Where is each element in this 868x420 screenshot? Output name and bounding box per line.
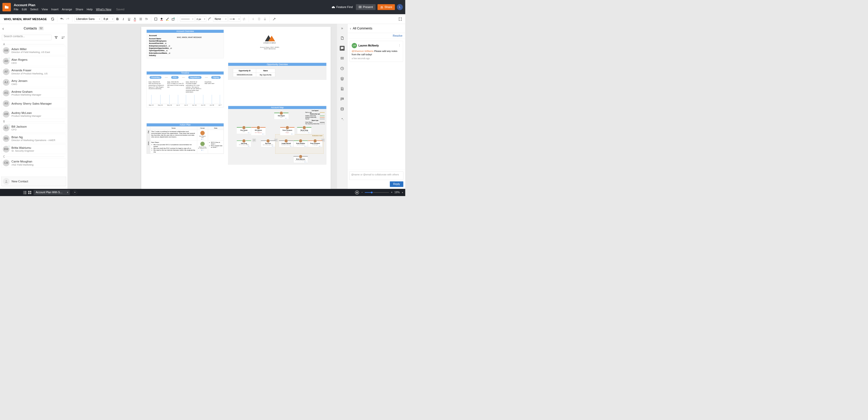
swap-arrows-button[interactable] bbox=[242, 17, 247, 22]
align-button[interactable] bbox=[138, 17, 143, 22]
font-size-select[interactable]: 8 pt bbox=[102, 16, 114, 22]
arrow-end-select[interactable] bbox=[228, 16, 241, 22]
menu-select[interactable]: Select bbox=[30, 8, 38, 11]
org-card[interactable]: Fiona ThompsonCTOSkepticin ⬚ bbox=[280, 127, 295, 135]
app-logo[interactable] bbox=[2, 3, 11, 11]
flash-icon[interactable] bbox=[251, 17, 256, 22]
resolve-button[interactable]: Resolve bbox=[347, 33, 405, 39]
document-title[interactable]: Account Plan bbox=[14, 3, 331, 7]
contact-item[interactable]: AMAudrey McLeanProduct Marketing Manager bbox=[1, 109, 66, 119]
menu-file[interactable]: File bbox=[14, 8, 18, 11]
org-card[interactable]: Emily HamiltonTech Consultantin ⬚ bbox=[293, 140, 308, 147]
page-name-label[interactable]: WHO, WHEN, WHAT MESSAGE bbox=[2, 17, 50, 21]
chat-icon[interactable] bbox=[340, 97, 345, 101]
text-options-button[interactable]: T▾ bbox=[144, 17, 149, 22]
canvas[interactable]: Account Overview AccountAccount Name:Num… bbox=[67, 24, 337, 189]
new-contact-button[interactable]: New Contact bbox=[1, 177, 66, 186]
org-card[interactable]: Britta WairiumuSr. Security Engineerin ⬚ bbox=[293, 156, 308, 163]
user-avatar[interactable]: L bbox=[397, 4, 403, 10]
org-card[interactable]: Alan RogersCEOin ⬚ bbox=[274, 112, 288, 120]
add-page-button[interactable]: + bbox=[73, 190, 77, 195]
contact-item[interactable]: ARAlan RogersCEO✓ bbox=[1, 57, 66, 66]
line-color-button[interactable] bbox=[165, 17, 170, 22]
andiamo-logo-block[interactable]: ANDIAMO Account Name: WHO, WHEN, WHAT ME… bbox=[259, 34, 280, 50]
comment-card[interactable]: LM Lauren McNeely ⋮ @Shannon Williams Pl… bbox=[350, 41, 403, 62]
menu-edit[interactable]: Edit bbox=[22, 8, 27, 11]
line-curve-button[interactable] bbox=[207, 17, 212, 22]
page-settings-icon[interactable] bbox=[340, 86, 345, 91]
org-card[interactable]: Amy JensenCMOin ⬚ bbox=[237, 127, 251, 134]
back-button[interactable]: ‹ bbox=[2, 26, 4, 31]
arrow-start-select[interactable]: None bbox=[213, 16, 227, 22]
history-icon[interactable] bbox=[340, 66, 345, 71]
wrench-icon[interactable] bbox=[272, 17, 277, 22]
org-card[interactable]: Siya PintoAccounting Specialistin ⬚ bbox=[261, 140, 275, 147]
account-overview-block[interactable]: Account Overview AccountAccount Name:Num… bbox=[147, 30, 224, 58]
text-color-button[interactable]: A bbox=[132, 17, 137, 22]
zoom-target-icon[interactable] bbox=[354, 190, 360, 195]
comments-tab-icon[interactable]: "" bbox=[340, 46, 345, 51]
zoom-value[interactable]: 18% bbox=[395, 191, 400, 194]
shape-options-button[interactable] bbox=[170, 17, 176, 22]
menu-view[interactable]: View bbox=[42, 8, 48, 11]
contact-item[interactable]: BWBritta WairiumuSr. Security Engineer✓ bbox=[1, 144, 66, 154]
reply-input[interactable]: @name or @email to collaborate with othe… bbox=[349, 171, 403, 180]
zoom-in-button[interactable]: + bbox=[391, 191, 392, 194]
zoom-out-button[interactable]: − bbox=[361, 191, 363, 194]
contact-item[interactable]: BJBill JacksonCFO✓ bbox=[1, 123, 66, 132]
note-icon[interactable] bbox=[252, 138, 256, 141]
italic-button[interactable]: I bbox=[121, 17, 126, 22]
magnet-icon[interactable] bbox=[257, 17, 261, 22]
contact-item[interactable]: AMAdam MillerDirector of Field Marketing… bbox=[1, 46, 66, 55]
expand-rail-button[interactable]: » bbox=[341, 26, 343, 30]
sync-icon[interactable] bbox=[50, 17, 55, 22]
grid-view-icon[interactable] bbox=[27, 190, 32, 195]
contact-item[interactable]: CMCarrie MoughanANZ Field Marketing bbox=[1, 158, 66, 168]
shape-fill-button[interactable] bbox=[153, 17, 158, 22]
fullscreen-button[interactable] bbox=[398, 17, 403, 22]
menu-insert[interactable]: Insert bbox=[51, 8, 58, 11]
line-style-select[interactable] bbox=[180, 16, 194, 22]
org-card[interactable]: Langley MitchellEnterprise Architectin ⬚ bbox=[279, 140, 293, 147]
contact-item[interactable]: AGAndrew GrahamProduct Marketing Manager bbox=[1, 88, 66, 98]
org-card[interactable]: Nicole ZhengSr. Director of ITin ⬚ bbox=[297, 127, 311, 134]
fill-color-button[interactable] bbox=[159, 17, 164, 22]
filter-icon[interactable] bbox=[54, 35, 59, 40]
list-view-icon[interactable] bbox=[23, 190, 27, 195]
contact-item[interactable]: BNBrian NgDirector of Marketing Operatio… bbox=[1, 134, 66, 143]
account-map-block[interactable]: Account Map Line legend Path to sale Rel… bbox=[228, 106, 327, 165]
comment-more-icon[interactable]: ⋮ bbox=[398, 44, 401, 47]
stroke-width-input[interactable]: 2 px▲▼ bbox=[195, 16, 206, 22]
redo-button[interactable] bbox=[65, 17, 70, 22]
bold-button[interactable]: B bbox=[115, 17, 120, 22]
menu-whats-new[interactable]: What's New bbox=[96, 8, 111, 11]
menu-arrange[interactable]: Arrange bbox=[62, 8, 72, 11]
page-icon[interactable] bbox=[340, 36, 345, 40]
contact-item[interactable]: ASAnthony Sherry Sales Manager bbox=[1, 99, 66, 108]
presentation-icon[interactable] bbox=[340, 56, 345, 61]
zoom-slider[interactable] bbox=[365, 192, 389, 193]
sort-icon[interactable] bbox=[61, 35, 66, 40]
font-family-select[interactable]: Liberation Sans bbox=[74, 16, 101, 22]
search-contacts-input[interactable]: Search contacts... bbox=[2, 35, 52, 40]
menu-share[interactable]: Share bbox=[75, 8, 83, 11]
feature-find-button[interactable]: Feature Find bbox=[332, 5, 353, 9]
menu-help[interactable]: Help bbox=[87, 8, 93, 11]
present-button[interactable]: Present bbox=[356, 4, 376, 10]
layers-icon[interactable] bbox=[340, 76, 345, 81]
opportunity-overview-block[interactable]: Opportunity Overview Opportunity IDName … bbox=[228, 63, 327, 80]
undo-button[interactable] bbox=[59, 17, 64, 22]
org-card[interactable]: Julia SongVP of Product, APACin ⬚ bbox=[237, 140, 251, 147]
reply-button[interactable]: Reply bbox=[390, 181, 403, 187]
data-icon[interactable] bbox=[340, 107, 345, 111]
action-plan-block[interactable]: Action Plan NotesOwnerDate Plan The C-su… bbox=[147, 123, 224, 154]
comments-back-button[interactable]: ‹ bbox=[350, 26, 351, 30]
contact-item[interactable]: AJAmy JensenCMO bbox=[1, 78, 66, 87]
lock-icon[interactable] bbox=[262, 17, 267, 22]
org-card[interactable]: Fiona ThompsonIT Managerin ⬚ bbox=[308, 140, 322, 147]
sparkle-icon[interactable] bbox=[340, 117, 345, 122]
share-button[interactable]: Share bbox=[377, 4, 395, 10]
org-card[interactable]: Bill JacksonCFOKPI: Objectivein ⬚ bbox=[251, 127, 266, 135]
contact-item[interactable]: AFAmanda FraserDirector of Product Marke… bbox=[1, 67, 66, 76]
timeline-block[interactable]: Timeline PresentingPOCNegotiationsSignin… bbox=[147, 71, 224, 107]
